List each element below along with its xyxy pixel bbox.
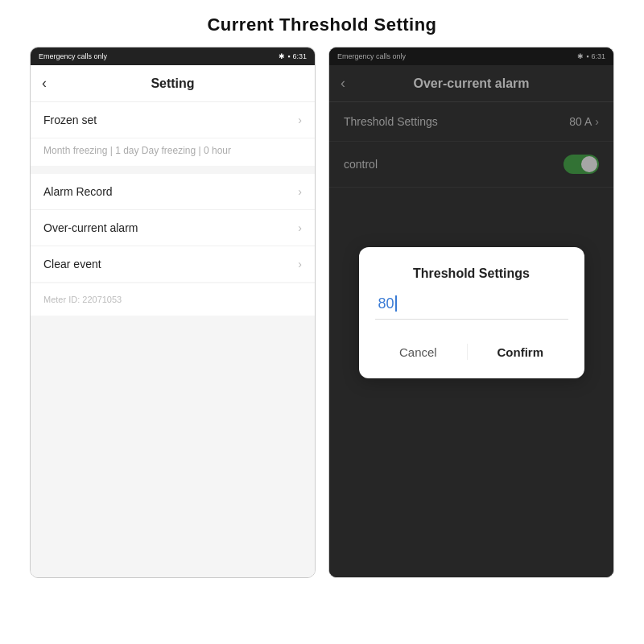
left-settings-content: Frozen set › Month freezing | 1 day Day … <box>31 102 315 577</box>
left-status-time: ✱ ▪ 6:31 <box>279 52 307 60</box>
overcurrent-alarm-value: › <box>298 221 302 234</box>
left-phone: Emergency calls only ✱ ▪ 6:31 ‹ Setting … <box>30 47 316 578</box>
dialog-input-row[interactable]: 80 <box>375 295 568 320</box>
frozen-set-chevron: › <box>298 114 302 126</box>
left-status-bar: Emergency calls only ✱ ▪ 6:31 <box>31 47 315 65</box>
frozen-sub-info: Month freezing | 1 day Day freezing | 0 … <box>31 138 315 166</box>
overcurrent-alarm-chevron: › <box>298 221 302 234</box>
clear-event-value: › <box>298 258 302 270</box>
dialog-title: Threshold Settings <box>375 266 568 281</box>
overcurrent-alarm-label: Over-current alarm <box>43 221 138 234</box>
frozen-set-value: › <box>298 114 302 126</box>
cancel-button[interactable]: Cancel <box>380 339 456 365</box>
alarm-record-chevron: › <box>298 185 302 198</box>
threshold-dialog: Threshold Settings 80 Cancel Confirm <box>359 247 584 378</box>
dialog-btn-divider <box>467 344 468 360</box>
left-time-value: 6:31 <box>292 52 307 60</box>
clear-event-chevron: › <box>298 258 302 270</box>
list-section: Alarm Record › Over-current alarm › Clea… <box>31 174 315 282</box>
left-nav-title: Setting <box>151 76 194 91</box>
bluetooth-icon: ✱ <box>279 52 285 60</box>
left-status-emergency: Emergency calls only <box>39 52 107 60</box>
alarm-record-label: Alarm Record <box>43 185 113 198</box>
phones-container: Emergency calls only ✱ ▪ 6:31 ‹ Setting … <box>0 47 644 578</box>
confirm-button[interactable]: Confirm <box>478 339 564 365</box>
clear-event-label: Clear event <box>43 258 101 270</box>
dialog-cursor <box>395 295 397 312</box>
left-nav-bar: ‹ Setting <box>31 65 315 102</box>
divider-1 <box>31 167 315 174</box>
frozen-set-section: Frozen set › Month freezing | 1 day Day … <box>31 102 315 166</box>
left-back-button[interactable]: ‹ <box>42 75 47 92</box>
dialog-buttons: Cancel Confirm <box>375 336 568 365</box>
meter-info: Meter ID: 22071053 <box>31 283 315 316</box>
clear-event-row[interactable]: Clear event › <box>31 246 315 282</box>
overcurrent-alarm-row[interactable]: Over-current alarm › <box>31 210 315 246</box>
alarm-record-row[interactable]: Alarm Record › <box>31 174 315 210</box>
page-title: Current Threshold Setting <box>207 14 436 35</box>
frozen-set-label: Frozen set <box>43 114 97 126</box>
dialog-input-value: 80 <box>378 295 394 312</box>
frozen-set-row[interactable]: Frozen set › <box>31 102 315 138</box>
right-phone: Emergency calls only ✱ ▪ 6:31 ‹ Over-cur… <box>328 47 614 578</box>
battery-icon: ▪ <box>287 52 290 60</box>
dialog-overlay: Threshold Settings 80 Cancel Confirm <box>329 47 613 577</box>
alarm-record-value: › <box>298 185 302 198</box>
